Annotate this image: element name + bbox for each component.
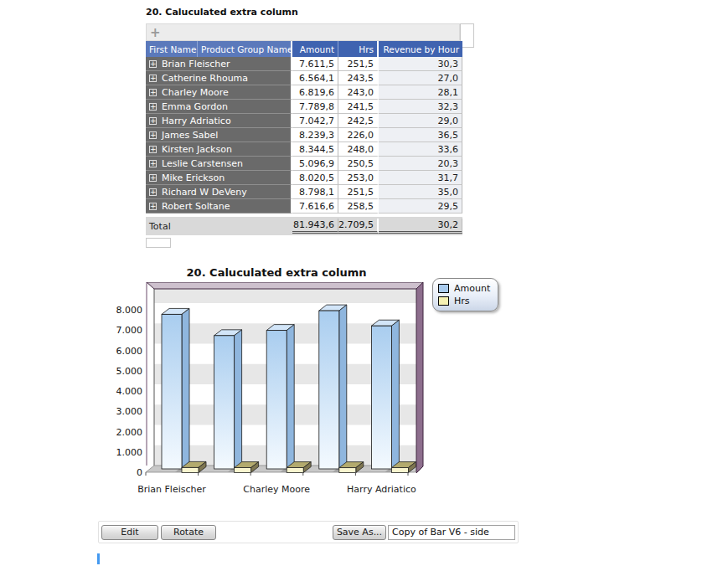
row-revenue-value: 35,0 — [379, 185, 462, 199]
svg-text:4.000: 4.000 — [116, 386, 143, 397]
row-name-cell: + Brian Fleischer — [146, 57, 292, 71]
table-row[interactable]: + Leslie Carstensen 5.096,9 250,5 20,3 — [146, 157, 462, 171]
row-amount-value: 6.564,1 — [292, 71, 338, 85]
add-icon[interactable]: + — [150, 27, 161, 39]
total-amount: 81.943,6 — [292, 219, 338, 234]
row-revenue-value: 31,7 — [379, 171, 462, 185]
table-row[interactable]: + Catherine Rhouma 6.564,1 243,5 27,0 — [146, 71, 462, 85]
save-as-button[interactable]: Save As... — [333, 525, 386, 540]
svg-text:1.000: 1.000 — [116, 447, 143, 458]
legend-label-hrs: Hrs — [454, 296, 470, 306]
table-row[interactable]: + Emma Gordon 7.789,8 241,5 32,3 — [146, 100, 462, 114]
legend-item-hrs: Hrs — [438, 295, 490, 307]
row-hrs-value: 242,5 — [338, 114, 379, 128]
chart-legend: Amount Hrs — [432, 278, 498, 311]
expand-plus-icon[interactable]: + — [149, 131, 157, 139]
row-name-cell: + Harry Adriatico — [146, 114, 292, 128]
row-hrs-value: 241,5 — [338, 100, 379, 114]
table-row[interactable]: + Robert Soltane 7.616,6 258,5 29,5 — [146, 199, 462, 214]
table-row[interactable]: + Harry Adriatico 7.042,7 242,5 29,0 — [146, 114, 462, 128]
expand-plus-icon[interactable]: + — [149, 174, 157, 182]
row-name-label: Richard W DeVeny — [162, 187, 247, 198]
total-revenue-by-hour: 30,2 — [379, 219, 462, 234]
save-as-name-input[interactable] — [388, 525, 515, 540]
row-name-cell: + Catherine Rhouma — [146, 71, 292, 85]
expand-plus-icon[interactable]: + — [149, 103, 157, 111]
row-name-cell: + Mike Erickson — [146, 171, 292, 185]
chart-title: 20. Caluculated extra column — [101, 266, 452, 279]
edit-button[interactable]: Edit — [101, 525, 158, 540]
expand-plus-icon[interactable]: + — [149, 188, 157, 196]
row-revenue-value: 29,0 — [379, 114, 462, 128]
legend-label-amount: Amount — [454, 283, 490, 294]
row-hrs-value: 250,5 — [338, 157, 379, 171]
row-revenue-value: 28,1 — [379, 85, 462, 100]
row-amount-value: 6.819,6 — [292, 85, 338, 100]
row-revenue-value: 29,5 — [379, 199, 462, 214]
hrs-swatch-icon — [438, 296, 449, 306]
row-name-label: Mike Erickson — [162, 172, 225, 183]
column-header-first-name[interactable]: First Name — [146, 41, 198, 57]
pivot-toolbar: + — [146, 23, 460, 41]
row-name-label: Emma Gordon — [162, 101, 228, 112]
svg-text:Brian Fleischer: Brian Fleischer — [137, 484, 206, 495]
report-page: 20. Caluculated extra column + First Nam… — [0, 0, 728, 566]
expand-plus-icon[interactable]: + — [149, 146, 157, 153]
row-hrs-value: 253,0 — [338, 171, 379, 185]
row-revenue-value: 30,3 — [379, 57, 462, 71]
row-amount-value: 7.789,8 — [292, 100, 338, 114]
expand-plus-icon[interactable]: + — [149, 89, 157, 96]
column-header-amount[interactable]: Amount — [292, 41, 338, 57]
svg-text:6.000: 6.000 — [116, 346, 143, 357]
row-amount-value: 8.798,1 — [292, 185, 338, 199]
text-cursor — [97, 553, 100, 564]
svg-text:Charley Moore: Charley Moore — [243, 484, 310, 495]
column-header-product-group[interactable]: Product Group Name — [198, 41, 292, 57]
row-hrs-value: 226,0 — [338, 128, 379, 142]
expand-plus-icon[interactable]: + — [149, 60, 157, 68]
row-name-label: Robert Soltane — [162, 201, 230, 212]
table-row[interactable]: + Kirsten Jackson 8.344,5 248,0 33,6 — [146, 142, 462, 157]
row-revenue-value: 33,6 — [379, 142, 462, 157]
rotate-button[interactable]: Rotate — [161, 525, 216, 540]
expand-plus-icon[interactable]: + — [149, 117, 157, 125]
total-row: Total 81.943,6 2.709,5 30,2 — [146, 217, 462, 235]
legend-item-amount: Amount — [438, 282, 490, 295]
column-header-revenue-by-hour[interactable]: Revenue by Hour — [379, 41, 462, 57]
table-body: + Brian Fleischer 7.611,5 251,5 30,3 + C… — [146, 57, 462, 214]
row-amount-value: 8.344,5 — [292, 142, 338, 157]
table-row[interactable]: + Mike Erickson 8.020,5 253,0 31,7 — [146, 171, 462, 185]
svg-text:2.000: 2.000 — [116, 427, 143, 438]
row-name-label: Catherine Rhouma — [162, 73, 248, 84]
row-name-cell: + Richard W DeVeny — [146, 185, 292, 199]
table-header-row: First Name Product Group Name Amount Hrs… — [146, 41, 462, 57]
row-revenue-value: 36,5 — [379, 128, 462, 142]
table-row[interactable]: + Brian Fleischer 7.611,5 251,5 30,3 — [146, 57, 462, 71]
expand-plus-icon[interactable]: + — [149, 203, 157, 210]
row-name-label: James Sabel — [162, 130, 218, 141]
table-row[interactable]: + James Sabel 8.239,3 226,0 36,5 — [146, 128, 462, 142]
pivot-table: First Name Product Group Name Amount Hrs… — [146, 41, 462, 235]
row-name-cell: + Kirsten Jackson — [146, 142, 292, 157]
row-amount-value: 7.042,7 — [292, 114, 338, 128]
row-name-label: Kirsten Jackson — [162, 144, 232, 155]
table-row[interactable]: + Charley Moore 6.819,6 243,0 28,1 — [146, 85, 462, 100]
svg-text:7.000: 7.000 — [116, 325, 143, 336]
bar-chart-canvas: 01.0002.0003.0004.0005.0006.0007.0008.00… — [101, 282, 436, 507]
svg-text:Harry Adriatico: Harry Adriatico — [347, 484, 416, 495]
row-hrs-value: 251,5 — [338, 185, 379, 199]
column-header-hrs[interactable]: Hrs — [338, 41, 379, 57]
row-amount-value: 7.611,5 — [292, 57, 338, 71]
row-hrs-value: 243,0 — [338, 85, 379, 100]
table-row[interactable]: + Richard W DeVeny 8.798,1 251,5 35,0 — [146, 185, 462, 199]
svg-text:5.000: 5.000 — [116, 366, 143, 377]
expand-plus-icon[interactable]: + — [149, 75, 157, 82]
svg-text:8.000: 8.000 — [116, 305, 143, 316]
row-amount-value: 5.096,9 — [292, 157, 338, 171]
row-amount-value: 8.020,5 — [292, 171, 338, 185]
expand-plus-icon[interactable]: + — [149, 160, 157, 167]
chart-action-bar: Edit Rotate Save As... — [98, 521, 519, 543]
total-label: Total — [146, 221, 292, 232]
row-name-label: Leslie Carstensen — [162, 158, 243, 169]
row-revenue-value: 20,3 — [379, 157, 462, 171]
